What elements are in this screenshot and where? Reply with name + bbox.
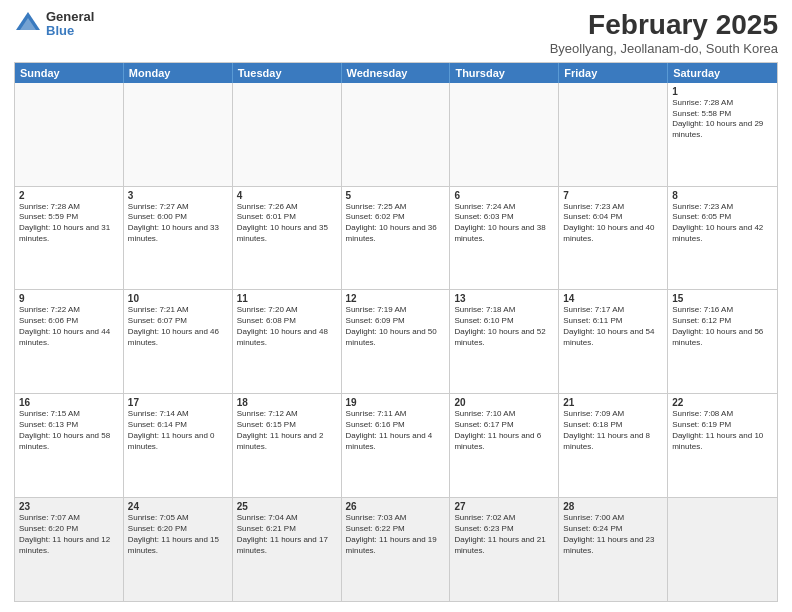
day-details: Sunrise: 7:23 AM Sunset: 6:04 PM Dayligh… (563, 202, 663, 245)
header-day-monday: Monday (124, 63, 233, 83)
header-day-thursday: Thursday (450, 63, 559, 83)
logo-text: General Blue (46, 10, 94, 39)
day-cell-8: 8Sunrise: 7:23 AM Sunset: 6:05 PM Daylig… (668, 187, 777, 290)
day-cell-17: 17Sunrise: 7:14 AM Sunset: 6:14 PM Dayli… (124, 394, 233, 497)
day-cell-4: 4Sunrise: 7:26 AM Sunset: 6:01 PM Daylig… (233, 187, 342, 290)
day-details: Sunrise: 7:16 AM Sunset: 6:12 PM Dayligh… (672, 305, 773, 348)
day-number: 20 (454, 397, 554, 408)
calendar-row-5: 23Sunrise: 7:07 AM Sunset: 6:20 PM Dayli… (15, 498, 777, 601)
day-cell-14: 14Sunrise: 7:17 AM Sunset: 6:11 PM Dayli… (559, 290, 668, 393)
day-details: Sunrise: 7:23 AM Sunset: 6:05 PM Dayligh… (672, 202, 773, 245)
day-cell-2: 2Sunrise: 7:28 AM Sunset: 5:59 PM Daylig… (15, 187, 124, 290)
empty-cell (233, 83, 342, 186)
day-details: Sunrise: 7:28 AM Sunset: 5:58 PM Dayligh… (672, 98, 773, 141)
day-cell-10: 10Sunrise: 7:21 AM Sunset: 6:07 PM Dayli… (124, 290, 233, 393)
main-title: February 2025 (550, 10, 778, 41)
day-number: 4 (237, 190, 337, 201)
day-details: Sunrise: 7:02 AM Sunset: 6:23 PM Dayligh… (454, 513, 554, 556)
day-cell-6: 6Sunrise: 7:24 AM Sunset: 6:03 PM Daylig… (450, 187, 559, 290)
day-cell-21: 21Sunrise: 7:09 AM Sunset: 6:18 PM Dayli… (559, 394, 668, 497)
day-cell-19: 19Sunrise: 7:11 AM Sunset: 6:16 PM Dayli… (342, 394, 451, 497)
calendar-row-1: 1Sunrise: 7:28 AM Sunset: 5:58 PM Daylig… (15, 83, 777, 187)
empty-cell (342, 83, 451, 186)
header-day-tuesday: Tuesday (233, 63, 342, 83)
day-cell-22: 22Sunrise: 7:08 AM Sunset: 6:19 PM Dayli… (668, 394, 777, 497)
day-cell-25: 25Sunrise: 7:04 AM Sunset: 6:21 PM Dayli… (233, 498, 342, 601)
day-number: 25 (237, 501, 337, 512)
day-details: Sunrise: 7:14 AM Sunset: 6:14 PM Dayligh… (128, 409, 228, 452)
day-number: 5 (346, 190, 446, 201)
header-day-friday: Friday (559, 63, 668, 83)
calendar-row-4: 16Sunrise: 7:15 AM Sunset: 6:13 PM Dayli… (15, 394, 777, 498)
day-number: 6 (454, 190, 554, 201)
day-details: Sunrise: 7:11 AM Sunset: 6:16 PM Dayligh… (346, 409, 446, 452)
calendar-row-2: 2Sunrise: 7:28 AM Sunset: 5:59 PM Daylig… (15, 187, 777, 291)
day-details: Sunrise: 7:18 AM Sunset: 6:10 PM Dayligh… (454, 305, 554, 348)
day-details: Sunrise: 7:25 AM Sunset: 6:02 PM Dayligh… (346, 202, 446, 245)
day-details: Sunrise: 7:07 AM Sunset: 6:20 PM Dayligh… (19, 513, 119, 556)
header-day-wednesday: Wednesday (342, 63, 451, 83)
day-number: 26 (346, 501, 446, 512)
day-cell-15: 15Sunrise: 7:16 AM Sunset: 6:12 PM Dayli… (668, 290, 777, 393)
day-number: 23 (19, 501, 119, 512)
day-number: 13 (454, 293, 554, 304)
day-number: 8 (672, 190, 773, 201)
empty-cell (15, 83, 124, 186)
day-number: 2 (19, 190, 119, 201)
day-cell-11: 11Sunrise: 7:20 AM Sunset: 6:08 PM Dayli… (233, 290, 342, 393)
day-cell-24: 24Sunrise: 7:05 AM Sunset: 6:20 PM Dayli… (124, 498, 233, 601)
day-details: Sunrise: 7:21 AM Sunset: 6:07 PM Dayligh… (128, 305, 228, 348)
header: General Blue February 2025 Byeollyang, J… (14, 10, 778, 56)
day-details: Sunrise: 7:10 AM Sunset: 6:17 PM Dayligh… (454, 409, 554, 452)
day-number: 24 (128, 501, 228, 512)
day-number: 15 (672, 293, 773, 304)
day-cell-20: 20Sunrise: 7:10 AM Sunset: 6:17 PM Dayli… (450, 394, 559, 497)
empty-cell (450, 83, 559, 186)
day-details: Sunrise: 7:27 AM Sunset: 6:00 PM Dayligh… (128, 202, 228, 245)
logo-icon (14, 10, 42, 38)
day-cell-3: 3Sunrise: 7:27 AM Sunset: 6:00 PM Daylig… (124, 187, 233, 290)
header-day-saturday: Saturday (668, 63, 777, 83)
day-number: 1 (672, 86, 773, 97)
day-details: Sunrise: 7:28 AM Sunset: 5:59 PM Dayligh… (19, 202, 119, 245)
day-details: Sunrise: 7:15 AM Sunset: 6:13 PM Dayligh… (19, 409, 119, 452)
day-number: 7 (563, 190, 663, 201)
day-cell-5: 5Sunrise: 7:25 AM Sunset: 6:02 PM Daylig… (342, 187, 451, 290)
logo-general: General (46, 10, 94, 24)
calendar-row-3: 9Sunrise: 7:22 AM Sunset: 6:06 PM Daylig… (15, 290, 777, 394)
day-number: 11 (237, 293, 337, 304)
day-number: 18 (237, 397, 337, 408)
calendar-body: 1Sunrise: 7:28 AM Sunset: 5:58 PM Daylig… (15, 83, 777, 601)
day-number: 28 (563, 501, 663, 512)
day-number: 12 (346, 293, 446, 304)
title-block: February 2025 Byeollyang, Jeollanam-do, … (550, 10, 778, 56)
day-cell-27: 27Sunrise: 7:02 AM Sunset: 6:23 PM Dayli… (450, 498, 559, 601)
day-number: 27 (454, 501, 554, 512)
day-details: Sunrise: 7:26 AM Sunset: 6:01 PM Dayligh… (237, 202, 337, 245)
page: General Blue February 2025 Byeollyang, J… (0, 0, 792, 612)
day-details: Sunrise: 7:04 AM Sunset: 6:21 PM Dayligh… (237, 513, 337, 556)
day-details: Sunrise: 7:05 AM Sunset: 6:20 PM Dayligh… (128, 513, 228, 556)
empty-cell (668, 498, 777, 601)
day-cell-7: 7Sunrise: 7:23 AM Sunset: 6:04 PM Daylig… (559, 187, 668, 290)
day-number: 9 (19, 293, 119, 304)
day-details: Sunrise: 7:17 AM Sunset: 6:11 PM Dayligh… (563, 305, 663, 348)
calendar-header: SundayMondayTuesdayWednesdayThursdayFrid… (15, 63, 777, 83)
day-number: 10 (128, 293, 228, 304)
day-cell-13: 13Sunrise: 7:18 AM Sunset: 6:10 PM Dayli… (450, 290, 559, 393)
subtitle: Byeollyang, Jeollanam-do, South Korea (550, 41, 778, 56)
day-number: 17 (128, 397, 228, 408)
day-cell-16: 16Sunrise: 7:15 AM Sunset: 6:13 PM Dayli… (15, 394, 124, 497)
day-cell-18: 18Sunrise: 7:12 AM Sunset: 6:15 PM Dayli… (233, 394, 342, 497)
header-day-sunday: Sunday (15, 63, 124, 83)
day-details: Sunrise: 7:20 AM Sunset: 6:08 PM Dayligh… (237, 305, 337, 348)
day-cell-23: 23Sunrise: 7:07 AM Sunset: 6:20 PM Dayli… (15, 498, 124, 601)
day-number: 3 (128, 190, 228, 201)
day-details: Sunrise: 7:22 AM Sunset: 6:06 PM Dayligh… (19, 305, 119, 348)
day-number: 16 (19, 397, 119, 408)
calendar: SundayMondayTuesdayWednesdayThursdayFrid… (14, 62, 778, 602)
day-number: 22 (672, 397, 773, 408)
day-details: Sunrise: 7:08 AM Sunset: 6:19 PM Dayligh… (672, 409, 773, 452)
day-cell-1: 1Sunrise: 7:28 AM Sunset: 5:58 PM Daylig… (668, 83, 777, 186)
day-cell-28: 28Sunrise: 7:00 AM Sunset: 6:24 PM Dayli… (559, 498, 668, 601)
